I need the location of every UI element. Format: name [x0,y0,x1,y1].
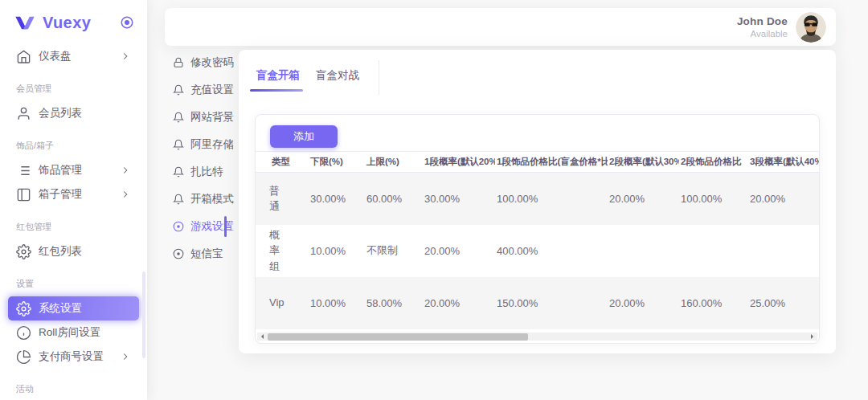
bell-icon [173,139,184,150]
settings-menu-label: 扎比特 [190,165,223,179]
table-cell: 不限制 [365,225,423,277]
column-header-type: 类型 [256,152,309,173]
list-icon [16,163,31,178]
probability-table: 类型 下限(%) 上限(%) 1段概率(默认20%) 1段饰品价格比(盲盒价格*… [256,151,819,329]
table-header-row: 类型 下限(%) 上限(%) 1段概率(默认20%) 1段饰品价格比(盲盒价格*… [256,152,819,173]
content-card: 盲盒开箱 盲盒对战 添加 类型 下限(%) 上限(%) 1段概率(默认20%) … [239,50,836,353]
table-row: 普通 30.00% 60.00% 30.00% 100.00% 20.00% 1… [256,173,819,225]
header-bar: John Doe Available [165,8,836,46]
tab-blindbox-unboxing[interactable]: 盲盒开箱 [255,60,301,95]
chevron-right-icon [120,165,131,176]
table-row: 概率组 10.00% 不限制 20.00% 400.00% [256,225,819,277]
table-cell [748,225,819,277]
settings-menu-label: 修改密码 [190,55,234,70]
sidebar-item-label: 饰品管理 [39,163,82,178]
settings-menu-item-game-settings[interactable]: 游戏设置 [173,213,237,240]
column-header-lower-limit: 下限(%) [309,152,365,173]
settings-menu-item-zabit[interactable]: 扎比特 [173,158,237,186]
sidebar-scrollbar-thumb[interactable] [142,271,145,358]
settings-menu-item-recharge-settings[interactable]: 充值设置 [173,76,237,104]
table-cell: 30.00% [423,173,495,225]
brand: Vuexy [0,0,147,43]
column-header-upper-limit: 上限(%) [365,152,423,173]
bell-icon [173,112,184,123]
home-icon [16,49,31,64]
sidebar-item-payment-merchant-settings[interactable]: 支付商号设置 [8,345,139,369]
sidebar-item-member-list[interactable]: 会员列表 [8,101,139,125]
sidebar-item-box-management[interactable]: 箱子管理 [8,182,139,206]
table-cell: 20.00% [423,277,495,329]
scroll-left-arrow-icon[interactable] [259,334,264,339]
column-header-stage2-probability: 2段概率(默认30%) [608,152,679,173]
column-header-stage3-probability: 3段概率(默认40%) [748,152,819,173]
horizontal-scrollbar-thumb[interactable] [268,333,528,341]
sidebar-item-item-management[interactable]: 饰品管理 [8,158,139,182]
user-name: John Doe [737,15,788,27]
vuexy-logo-icon [14,15,35,31]
sidebar-section-activities: 活动 [8,383,139,394]
pie-chart-icon [16,349,31,365]
table-cell: Vip [256,277,309,329]
table-cell: 10.00% [309,277,365,329]
table-cell: 概率组 [256,225,309,277]
table-cell: 58.00% [365,277,423,329]
table-cell: 100.00% [495,173,608,225]
add-button[interactable]: 添加 [270,125,338,148]
settings-menu-label: 游戏设置 [190,219,234,234]
sidebar-item-label: 仪表盘 [39,49,72,63]
sidebar-item-roll-room-settings[interactable]: Roll房间设置 [8,320,139,345]
table-cell: 400.00% [495,225,608,277]
settings-menu: 修改密码 充值设置 网站背景 阿里存储 扎比特 开箱模式 游戏设置 短信宝 [173,49,237,267]
sidebar-section-settings: 设置 [8,278,139,289]
bell-icon [173,166,184,178]
table-cell: 20.00% [608,173,679,225]
sidebar-item-dashboard[interactable]: 仪表盘 [8,44,139,68]
table-cell [608,225,679,277]
sidebar-item-redpacket-list[interactable]: 红包列表 [8,239,139,263]
menu-pin-toggle-icon[interactable] [120,15,134,30]
column-header-stage1-probability: 1段概率(默认20%) [423,152,495,173]
gear-icon [16,301,31,316]
settings-menu-item-sms-bao[interactable]: 短信宝 [173,240,237,267]
gear-icon [16,244,31,259]
table-cell: 10.00% [309,225,365,277]
settings-menu-label: 网站背景 [190,110,234,124]
settings-menu-item-change-password[interactable]: 修改密码 [173,49,237,76]
table-cell [679,225,748,277]
table-cell: 20.00% [608,277,679,329]
settings-menu-item-unboxing-mode[interactable]: 开箱模式 [173,186,237,213]
table-cell: 普通 [256,173,309,225]
user-info: John Doe Available [737,15,788,39]
sidebar-section-members: 会员管理 [8,83,139,94]
chevron-right-icon [120,189,131,200]
horizontal-scrollbar[interactable] [257,333,817,341]
table-cell: 30.00% [309,173,365,225]
user-status: Available [737,29,788,39]
bell-icon [173,194,184,205]
avatar[interactable] [796,12,826,43]
sidebar-item-system-settings[interactable]: 系统设置 [8,296,139,320]
column-header-stage2-price-ratio: 2段饰品价格比 [679,152,748,173]
sidebar-section-items-boxes: 饰品/箱子 [8,140,139,151]
tab-divider [379,60,379,95]
table-panel: 添加 类型 下限(%) 上限(%) 1段概率(默认20%) 1段饰品价格比(盲盒… [255,114,820,344]
table-cell: 60.00% [365,173,423,225]
sidebar-item-label: 系统设置 [39,301,82,316]
scroll-right-arrow-icon[interactable] [811,334,816,339]
box-icon [16,187,31,202]
settings-menu-label: 短信宝 [190,247,223,261]
sidebar-section-redpacket: 红包管理 [8,221,139,232]
user-icon [16,106,31,121]
settings-menu-item-ali-storage[interactable]: 阿里存储 [173,131,237,158]
sidebar-item-label: 红包列表 [39,244,82,259]
main-sidebar: Vuexy 仪表盘 会员管理 会员列表 饰品/箱子 饰品管理 箱子管理 [0,0,147,400]
settings-menu-item-site-background[interactable]: 网站背景 [173,104,237,131]
bell-icon [173,84,184,96]
tab-blindbox-battle[interactable]: 盲盒对战 [314,60,361,95]
disc-icon [173,248,184,259]
disc-icon [173,221,184,232]
table-cell: 100.00% [679,173,748,225]
column-header-stage1-price-ratio: 1段饰品价格比(盲盒价格*比例) [495,152,608,173]
table-row: Vip 10.00% 58.00% 20.00% 150.00% 20.00% … [256,277,819,329]
panel-toolbar: 添加 [256,115,819,151]
